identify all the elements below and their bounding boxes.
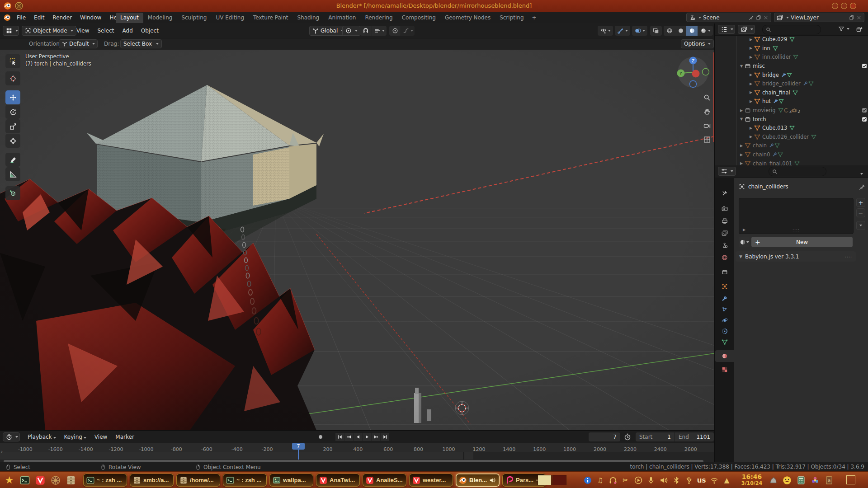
remove-slot-button[interactable]: − <box>856 208 865 217</box>
tool-select-box[interactable] <box>5 54 20 68</box>
tray-music-note[interactable]: ♫ <box>596 476 604 484</box>
blender-logo-icon[interactable] <box>4 14 11 21</box>
properties-tab-scene[interactable] <box>715 239 734 251</box>
babylon-panel-header[interactable]: ▼ Babylon.js ver 3.3.1 :::: <box>736 251 856 262</box>
timeline-menu-keying[interactable]: Keying <box>60 431 90 443</box>
outliner-row[interactable]: ▶bridge_collider <box>715 80 868 89</box>
viewport-menu-view[interactable]: View <box>72 23 93 38</box>
menu-render[interactable]: Render <box>48 12 76 23</box>
tool-annotate[interactable] <box>5 153 20 167</box>
list-expand-icon[interactable]: ▶ <box>743 228 745 232</box>
list-resize-grip[interactable]: :::: <box>793 228 800 232</box>
tray-smiley[interactable] <box>783 476 791 484</box>
tool-scale[interactable] <box>5 119 20 133</box>
workspace-2[interactable] <box>552 475 566 485</box>
playhead-badge[interactable]: 7 <box>292 443 305 450</box>
outliner-row[interactable]: ▶movierig32 <box>715 106 868 115</box>
tool-move[interactable] <box>5 90 20 104</box>
navigation-gizmo[interactable]: Z Y <box>676 55 710 89</box>
tool-rotate[interactable] <box>5 105 20 119</box>
minimize-button[interactable] <box>832 3 838 9</box>
copy-icon[interactable] <box>756 15 761 20</box>
viewlayer-selector[interactable]: ViewLayer <box>774 13 864 22</box>
outliner-row[interactable]: ▶Cube.013 <box>715 124 868 133</box>
properties-tab-object-data[interactable] <box>715 336 734 348</box>
taskbar-task-6[interactable]: AnaTwi... <box>316 474 360 487</box>
menu-edit[interactable]: Edit <box>30 12 48 23</box>
outliner-row[interactable]: ▶hut <box>715 97 868 106</box>
expand-right-icon[interactable]: ▶ <box>748 38 754 42</box>
show-gizmo-toggle[interactable] <box>615 26 630 36</box>
playhead-line[interactable] <box>298 449 299 460</box>
expand-right-icon[interactable]: ▶ <box>738 153 745 157</box>
snap-toggle[interactable] <box>360 26 372 36</box>
timeline-expand-chevron[interactable]: › <box>1 449 3 454</box>
pin-icon[interactable] <box>749 15 754 20</box>
viewport-menu-object[interactable]: Object <box>137 23 163 38</box>
shading-material-button[interactable] <box>686 26 698 36</box>
shading-solid-button[interactable] <box>675 26 686 36</box>
properties-tab-view-layer[interactable] <box>715 227 734 239</box>
collection-checkbox[interactable] <box>861 116 868 123</box>
taskbar-task-8[interactable]: wester... <box>409 474 453 487</box>
tool-transform[interactable] <box>5 134 20 148</box>
expand-down-icon[interactable]: ▼ <box>738 117 745 121</box>
key-prev-button[interactable] <box>344 433 353 441</box>
tab-modeling[interactable]: Modeling <box>143 13 177 23</box>
falloff-button[interactable] <box>401 26 415 36</box>
tray-microphone[interactable] <box>646 476 655 484</box>
viewport-3d[interactable]: User Perspective (7) torch | chain_colli… <box>0 50 714 430</box>
properties-tab-modifiers[interactable] <box>715 293 734 305</box>
start-frame-field[interactable]: Start 1 <box>636 432 675 441</box>
shading-wireframe-button[interactable] <box>664 26 675 36</box>
clock[interactable]: 16:46 3/10/24 <box>738 473 766 486</box>
tray-scissors[interactable]: ✂ <box>621 476 630 484</box>
orientation-setting-dropdown[interactable]: Default <box>59 39 98 48</box>
tray-play[interactable] <box>634 476 642 484</box>
properties-options-button[interactable] <box>859 170 863 176</box>
expand-right-icon[interactable]: ▶ <box>748 135 754 139</box>
tray-usb[interactable] <box>684 476 693 484</box>
menu-file[interactable]: File <box>13 12 30 23</box>
current-frame-field[interactable]: 7 <box>589 432 620 441</box>
toggle-ortho-button[interactable] <box>702 134 712 145</box>
auto-key-record-button[interactable] <box>316 433 325 441</box>
properties-tab-world[interactable] <box>715 252 734 263</box>
taskbar-task-5[interactable]: wallpa... <box>269 474 313 487</box>
tool-add-cube[interactable] <box>5 186 20 200</box>
timeline-menu-marker[interactable]: Marker <box>111 431 138 443</box>
zoom-view-button[interactable] <box>702 92 712 103</box>
tray-wifi[interactable] <box>710 476 718 484</box>
snap-settings-button[interactable] <box>372 26 387 36</box>
outliner-row[interactable]: ▶Cube.029 <box>715 35 868 44</box>
properties-tab-constraints[interactable] <box>715 325 734 337</box>
outliner-row[interactable]: ▶bridge <box>715 70 868 80</box>
properties-editor-type[interactable] <box>718 167 736 176</box>
outliner-display-mode[interactable] <box>718 25 735 34</box>
material-slot-list[interactable]: ▶ :::: <box>739 198 854 234</box>
menu-window[interactable]: Window <box>76 12 105 23</box>
play-button[interactable] <box>363 433 371 441</box>
expand-right-icon[interactable]: ▶ <box>738 144 745 148</box>
show-overlays-toggle[interactable] <box>632 26 647 36</box>
close-button[interactable] <box>850 3 856 9</box>
close-icon[interactable] <box>763 15 769 20</box>
properties-tab-texture[interactable] <box>715 364 734 375</box>
tray-rock[interactable] <box>769 476 777 484</box>
timeline-menu-view[interactable]: View <box>90 431 111 443</box>
tray-volume[interactable] <box>659 476 668 484</box>
proportional-editing-toggle[interactable] <box>389 26 401 36</box>
tab-uv-editing[interactable]: UV Editing <box>211 13 249 23</box>
launcher-cabinet[interactable] <box>65 474 76 486</box>
tab-geometry-nodes[interactable]: Geometry Nodes <box>440 13 495 23</box>
timeline-menu-playback[interactable]: Playback <box>24 431 60 443</box>
new-collection-button[interactable] <box>856 26 863 33</box>
launcher-vivaldi[interactable] <box>34 474 46 486</box>
transform-orientation[interactable]: Global <box>309 26 347 36</box>
drag-setting-dropdown[interactable]: Select Box <box>120 39 162 48</box>
timeline-editor-type[interactable] <box>3 432 20 441</box>
taskbar-task-3[interactable]: /home/... <box>176 474 220 487</box>
tab-texture-paint[interactable]: Texture Paint <box>249 13 292 23</box>
taskbar-task-2[interactable]: smb://a... <box>130 474 174 487</box>
jump-start-button[interactable] <box>335 433 344 441</box>
